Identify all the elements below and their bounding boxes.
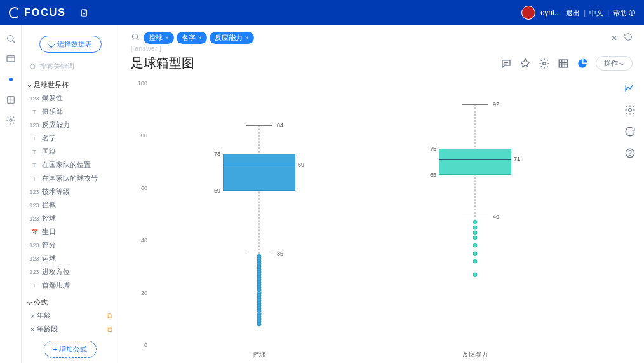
line-chart-tool-icon[interactable] bbox=[624, 82, 636, 95]
pill-remove-icon[interactable]: × bbox=[198, 34, 202, 41]
field-item[interactable]: 📅生日 bbox=[30, 226, 112, 238]
outlier-point bbox=[257, 322, 262, 327]
field-label: 首选用脚 bbox=[42, 280, 70, 290]
copy-formula-icon[interactable]: ⧉ bbox=[107, 325, 112, 334]
outlier-point bbox=[473, 243, 478, 248]
help-link[interactable]: 帮助 i bbox=[613, 8, 635, 18]
answer-tag: [ answer ] bbox=[119, 44, 644, 52]
add-formula-button[interactable]: + 增加公式 bbox=[44, 341, 97, 358]
copy-formula-icon[interactable]: ⧉ bbox=[107, 312, 112, 320]
value-label: 49 bbox=[493, 214, 499, 220]
x-tick-label: 控球 bbox=[151, 350, 367, 359]
chart-title: 足球箱型图 bbox=[131, 55, 194, 72]
keyword-search[interactable]: 搜索关键词 bbox=[28, 59, 112, 74]
lang-link[interactable]: 中文 bbox=[589, 8, 603, 18]
pill-label: 控球 bbox=[149, 33, 163, 43]
field-label: 控球 bbox=[42, 214, 56, 223]
comment-icon[interactable] bbox=[500, 58, 512, 69]
pill-remove-icon[interactable]: × bbox=[165, 34, 169, 41]
rail-active-icon[interactable] bbox=[5, 74, 17, 85]
formula-item[interactable]: ×年龄段⧉ bbox=[30, 323, 112, 335]
close-fx-icon[interactable]: × bbox=[30, 312, 34, 320]
new-doc-icon[interactable] bbox=[80, 8, 89, 17]
field-label: 爆发性 bbox=[42, 93, 63, 103]
field-label: 生日 bbox=[42, 227, 56, 236]
pin-icon[interactable] bbox=[520, 58, 531, 69]
rail-settings-icon[interactable] bbox=[5, 114, 17, 126]
formula-item[interactable]: ×年龄⧉ bbox=[30, 310, 112, 322]
svg-rect-2 bbox=[7, 56, 15, 62]
svg-point-1 bbox=[7, 36, 13, 41]
field-label: 名字 bbox=[42, 134, 56, 143]
field-item[interactable]: 123反应能力 bbox=[30, 119, 112, 131]
value-label: 92 bbox=[493, 101, 499, 107]
y-tick-label: 80 bbox=[141, 132, 147, 139]
settings-icon[interactable] bbox=[539, 58, 550, 69]
formula-list: ×年龄⧉×年龄段⧉ bbox=[30, 310, 112, 335]
query-search-icon[interactable] bbox=[131, 32, 140, 43]
boxplot-series: 9249756571 bbox=[367, 83, 583, 345]
chart-view-icon[interactable] bbox=[577, 58, 588, 69]
avatar[interactable] bbox=[521, 6, 535, 20]
logout-link[interactable]: 退出 bbox=[566, 8, 580, 18]
field-item[interactable]: 123评分 bbox=[30, 239, 112, 251]
operations-button[interactable]: 操作 bbox=[596, 56, 633, 71]
query-pill[interactable]: 反应能力× bbox=[210, 32, 254, 44]
keyword-placeholder: 搜索关键词 bbox=[39, 62, 74, 71]
field-item[interactable]: T俱乐部 bbox=[30, 106, 112, 118]
close-fx-icon[interactable]: × bbox=[30, 325, 34, 333]
field-item[interactable]: 123控球 bbox=[30, 212, 112, 224]
svg-point-4 bbox=[10, 119, 12, 121]
field-item[interactable]: T在国家队的位置 bbox=[30, 159, 112, 171]
group-worldcup[interactable]: 足球世界杯 bbox=[28, 80, 112, 90]
field-type-icon: 123 bbox=[30, 202, 38, 209]
x-axis: 控球反应能力 bbox=[151, 350, 583, 359]
select-data-button[interactable]: 选择数据表 bbox=[39, 36, 102, 53]
help-info-icon: i bbox=[629, 10, 635, 16]
field-item[interactable]: T在国家队的球衣号 bbox=[30, 172, 112, 184]
field-item[interactable]: 123进攻方位 bbox=[30, 266, 112, 278]
group-formula[interactable]: 公式 bbox=[28, 298, 112, 307]
rail-search-icon[interactable] bbox=[5, 33, 17, 45]
query-bar: 控球×名字×反应能力× ✕ bbox=[119, 25, 644, 44]
pill-remove-icon[interactable]: × bbox=[245, 34, 249, 41]
field-item[interactable]: 123运球 bbox=[30, 252, 112, 264]
field-item[interactable]: 123拦截 bbox=[30, 199, 112, 211]
refresh-tool-icon[interactable] bbox=[624, 125, 636, 138]
field-item[interactable]: T国籍 bbox=[30, 146, 112, 158]
field-type-icon: T bbox=[30, 175, 38, 182]
formula-label: 年龄 bbox=[37, 311, 51, 320]
y-tick-label: 40 bbox=[141, 237, 147, 243]
query-pill[interactable]: 控球× bbox=[144, 32, 174, 44]
boxplot-series: 8435735969 bbox=[151, 83, 367, 345]
field-label: 进攻方位 bbox=[42, 267, 70, 277]
outlier-point bbox=[473, 259, 478, 264]
query-clear-icon[interactable]: ✕ bbox=[611, 34, 617, 43]
pill-label: 名字 bbox=[182, 33, 196, 43]
field-type-icon: 123 bbox=[30, 269, 38, 275]
query-pill[interactable]: 名字× bbox=[177, 32, 207, 44]
divider: | bbox=[607, 9, 609, 17]
side-panel: 选择数据表 搜索关键词 足球世界杯 123爆发性T俱乐部123反应能力T名字T国… bbox=[22, 25, 119, 363]
svg-point-5 bbox=[30, 64, 35, 69]
query-refresh-icon[interactable] bbox=[624, 32, 633, 43]
field-item[interactable]: 123爆发性 bbox=[30, 92, 112, 104]
plot-area: 84357359699249756571 bbox=[151, 83, 583, 345]
rail-dashboard-icon[interactable] bbox=[5, 53, 17, 65]
brand-logo-icon bbox=[9, 7, 20, 18]
value-label: 69 bbox=[298, 161, 304, 168]
config-tool-icon[interactable] bbox=[624, 104, 636, 116]
field-label: 在国家队的位置 bbox=[42, 160, 91, 170]
field-item[interactable]: T名字 bbox=[30, 132, 112, 144]
field-item[interactable]: T首选用脚 bbox=[30, 279, 112, 291]
value-label: 59 bbox=[214, 188, 220, 194]
field-item[interactable]: 123技术等级 bbox=[30, 186, 112, 198]
help-tool-icon[interactable] bbox=[624, 147, 636, 160]
svg-point-7 bbox=[543, 62, 546, 65]
table-view-icon[interactable] bbox=[558, 58, 569, 69]
rail-data-icon[interactable] bbox=[5, 94, 17, 106]
username[interactable]: cynt... bbox=[540, 8, 561, 17]
field-label: 运球 bbox=[42, 254, 56, 263]
svg-point-6 bbox=[132, 34, 137, 39]
brand[interactable]: FOCUS bbox=[9, 7, 66, 18]
